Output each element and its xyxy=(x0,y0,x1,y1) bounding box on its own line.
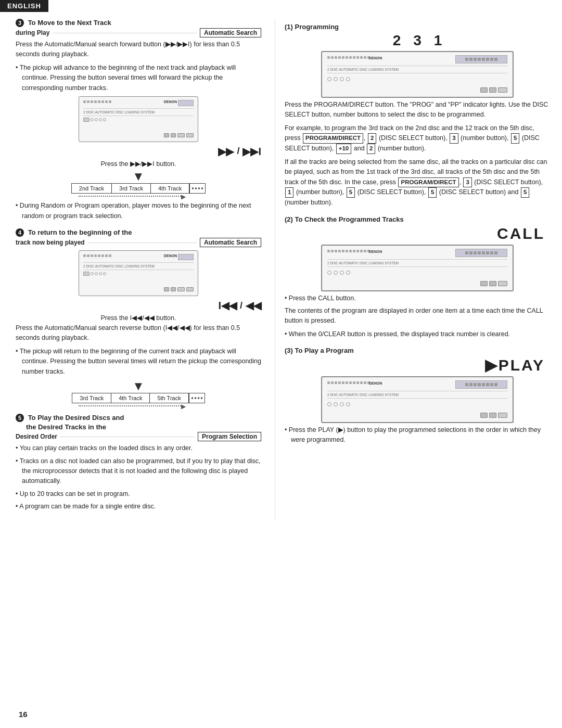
key-5c: 5 xyxy=(428,187,437,198)
right-section-3: (3) To Play a Program ▶PLAY xyxy=(285,347,550,445)
right-s2-body1: The contents of the program are displaye… xyxy=(285,306,550,326)
right-section-2-heading: (2) To Check the Programmed Tracks xyxy=(285,215,550,223)
key-5d: 5 xyxy=(521,187,529,198)
track-now-label: track now being played xyxy=(16,239,85,246)
down-arrow-1: ▼ xyxy=(132,170,145,183)
key-3b: 3 xyxy=(463,177,471,188)
dotted-line-4 xyxy=(88,242,197,243)
track-4th: 4th Track xyxy=(151,184,189,193)
section-4: 4 To return to the beginning of the trac… xyxy=(16,228,261,406)
reverse-symbol: I◀◀ / ◀◀ xyxy=(16,299,261,312)
section-3-body1: Press the Automatic/Manual search forwar… xyxy=(16,40,261,60)
section-4-number: 4 xyxy=(16,228,24,237)
section-3-bullet1: The pickup will advance to the beginning… xyxy=(16,63,261,93)
right-section-2: (2) To Check the Programmed Tracks CALL xyxy=(285,215,550,340)
right-section-1: (1) Programming 2 3 1 xyxy=(285,23,550,208)
section-5-number: 5 xyxy=(16,414,24,422)
press-forward-text: Press the ▶▶/▶▶I button. xyxy=(16,160,261,168)
cd-player-right-2: DENON 2 DISC AUTOMATIC DISC LOADING SYST… xyxy=(285,245,550,291)
cd-player-illustration-2: DENON 2 DISC AUTOMATIC DISC LOADING SYST… xyxy=(16,250,261,296)
section-3-bullet2: During Random or Program operation, play… xyxy=(16,201,261,221)
key-2: 2 xyxy=(368,133,376,144)
right-s1-body1: Press the PROGRAM/DIRECT button. The "PR… xyxy=(285,100,550,120)
track-4th-b: 4th Track xyxy=(111,393,150,403)
section-4-body1: Press the Automatic/Manual search revers… xyxy=(16,323,261,343)
section-3: 3 To Move to the Next Track during Play … xyxy=(16,19,261,221)
language-tab: ENGLISH xyxy=(0,0,48,12)
track-5th: 5th Track xyxy=(150,393,188,403)
dotted-arrow-2: ▶ xyxy=(79,405,183,406)
track-3rd-a: 3rd Track xyxy=(112,184,151,193)
track-end-marker-2 xyxy=(189,393,205,403)
call-label: CALL xyxy=(285,225,550,242)
dotted-arrow-1: ▶ xyxy=(79,196,183,197)
right-s2-bullet2: When the 0/CLEAR button is pressed, the … xyxy=(285,329,550,339)
section-5-title: 5 To Play the Desired Discs and xyxy=(16,414,261,422)
track-boxes-2: 3rd Track 4th Track 5th Track xyxy=(72,393,205,403)
section-5-label-row: Desired Order Program Selection xyxy=(16,432,261,441)
prog-num-3: 3 xyxy=(413,32,422,49)
section-3-label-row: during Play Automatic Search xyxy=(16,28,261,37)
section-3-number: 3 xyxy=(16,19,24,27)
section-5-bullet2: Tracks on a disc not loaded can also be … xyxy=(16,456,261,487)
cd-player-right-3: DENON 2 DISC AUTOMATIC DISC LOADING SYST… xyxy=(285,376,550,423)
section-5: 5 To Play the Desired Discs and the Desi… xyxy=(16,414,261,512)
section-5-bullet1: You can play certain tracks on the loade… xyxy=(16,443,261,453)
right-column: (1) Programming 2 3 1 xyxy=(279,19,550,519)
track-boxes-1: 2nd Track 3rd Track 4th Track xyxy=(71,183,206,194)
key-programdirect-2: PROGRAM/DIRECT xyxy=(398,177,458,188)
track-3rd-b: 3rd Track xyxy=(72,393,111,403)
track-diagram-reverse: ▼ 3rd Track 4th Track 5th Track ▶ xyxy=(16,379,261,406)
down-arrow-2: ▼ xyxy=(132,379,145,393)
section-4-title: 4 To return to the beginning of the xyxy=(16,228,261,237)
forward-symbol: ▶▶ / ▶▶I xyxy=(16,145,261,158)
key-10plus: +10 xyxy=(336,144,352,154)
cd-player-illustration-1: DENON 2 DISC AUTOMATIC DISC LOADING SYST… xyxy=(16,96,261,142)
prog-numbers: 2 3 1 xyxy=(285,32,550,49)
section-5-bullet4: A program can be made for a single entir… xyxy=(16,502,261,512)
key-1: 1 xyxy=(285,187,293,198)
right-section-1-heading: (1) Programming xyxy=(285,23,550,31)
right-s1-body3: If all the tracks are being selected fro… xyxy=(285,157,550,208)
page-number: 16 xyxy=(19,710,28,719)
column-divider xyxy=(275,19,275,519)
key-5a: 5 xyxy=(511,133,519,144)
track-2nd: 2nd Track xyxy=(72,184,112,193)
section-5-title2: the Desired Tracks in the xyxy=(16,423,261,431)
desired-order-label: Desired Order xyxy=(16,433,57,440)
key-2b: 2 xyxy=(367,144,375,154)
section-4-label-row: track now being played Automatic Search xyxy=(16,238,261,247)
press-reverse-text: Press the I◀◀/◀◀ button. xyxy=(16,314,261,322)
dotted-line-3 xyxy=(53,33,197,33)
prog-num-2: 2 xyxy=(393,32,401,49)
during-play-label: during Play xyxy=(16,29,49,36)
play-label: ▶PLAY xyxy=(285,356,550,374)
key-5b: 5 xyxy=(347,187,355,198)
section-3-title: 3 To Move to the Next Track xyxy=(16,19,261,27)
right-s1-body2: For example, to program the 3rd track on… xyxy=(285,123,550,154)
cd-player-right-1: DENON 2 DISC AUTOMATIC DISC LOADING SYST… xyxy=(285,51,550,98)
section-4-bullet1: The pickup will return to the beginning … xyxy=(16,347,261,377)
program-selection-label: Program Selection xyxy=(198,432,261,441)
track-end-marker xyxy=(189,184,205,193)
automatic-search-label-4: Automatic Search xyxy=(200,238,261,247)
right-section-3-heading: (3) To Play a Program xyxy=(285,347,550,354)
automatic-search-label-3: Automatic Search xyxy=(200,28,261,37)
dotted-line-5 xyxy=(60,437,195,437)
left-column: 3 To Move to the Next Track during Play … xyxy=(16,19,271,519)
section-5-bullet3: Up to 20 tracks can be set in program. xyxy=(16,489,261,499)
right-s3-bullet1: Press the PLAY (▶) button to play the pr… xyxy=(285,425,550,445)
key-programdirect: PROGRAM/DIRECT xyxy=(303,133,363,144)
key-3: 3 xyxy=(450,133,458,144)
right-s2-bullet1: Press the CALL button. xyxy=(285,293,550,303)
prog-num-1: 1 xyxy=(434,32,442,49)
track-diagram-forward: ▼ 2nd Track 3rd Track 4th Track ▶ xyxy=(16,170,261,197)
